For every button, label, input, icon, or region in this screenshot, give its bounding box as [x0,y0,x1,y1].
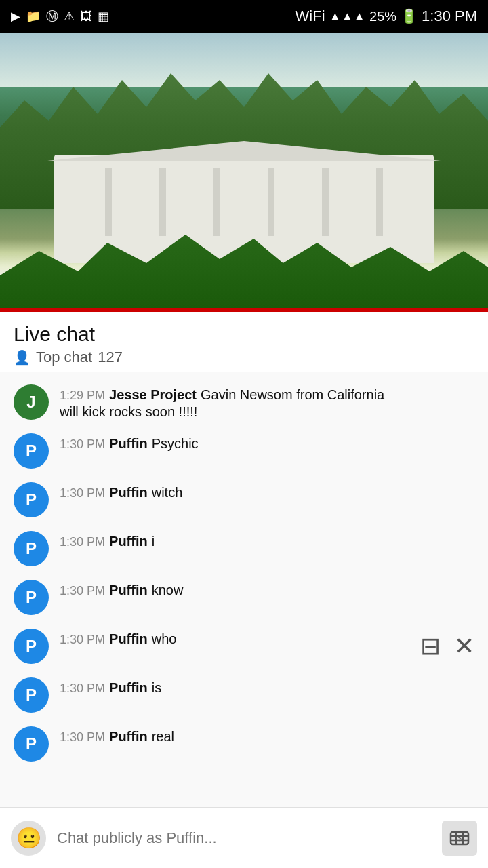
video-player[interactable] [0,33,488,308]
list-item: P 1:30 PM Puffin who [0,622,488,671]
column [214,168,220,236]
chat-header: Live chat 👤 Top chat 127 [0,312,488,372]
chat-subtitle[interactable]: Top chat [36,349,92,366]
table-icon: ▦ [98,9,109,24]
list-item: P 1:30 PM Puffin witch [0,475,488,524]
avatar: P [14,629,49,664]
message-user: Puffin [109,534,148,549]
folder-icon: 📁 [26,9,41,24]
column [159,168,166,236]
message-time: 1:30 PM [60,486,105,500]
status-time: 1:30 PM [422,7,477,25]
superchat-icon: $ [449,828,470,848]
message-content: 1:30 PM Puffin i [60,531,155,549]
message-content: 1:30 PM Puffin real [60,726,174,745]
column [268,168,274,236]
battery-icon: 🔋 [401,8,418,24]
message-content: 1:30 PM Puffin know [60,580,183,598]
list-item: P 1:30 PM Puffin i [0,524,488,573]
message-text: i [152,534,155,549]
message-text: Gavin Newsom from California [201,387,384,403]
message-time: 1:30 PM [60,730,105,745]
message-content: 1:30 PM Puffin who [60,629,176,647]
message-user: Puffin [109,583,148,598]
message-user: Puffin [109,631,148,647]
message-content: 1:29 PM Jesse Project Gavin Newsom from … [60,384,474,403]
status-icons-left: ▶ 📁 Ⓜ ⚠ 🖼 ▦ [11,8,109,24]
filter-button[interactable]: ⊟ [420,632,441,660]
message-user: Puffin [109,680,148,696]
column [105,168,112,236]
list-item: P 1:30 PM Puffin real [0,719,488,768]
message-content: 1:30 PM Puffin Psychic [60,433,199,452]
list-item: J 1:29 PM Jesse Project Gavin Newsom fro… [0,378,488,427]
message-content: 1:30 PM Puffin is [60,677,161,696]
message-user: Puffin [109,436,148,452]
message-content: 1:30 PM Puffin witch [60,482,182,500]
wifi-icon: WiFi [296,7,325,25]
emoji-button[interactable]: 😐 [11,821,46,856]
message-text: witch [152,485,183,500]
avatar: P [14,677,49,713]
message-text: is [152,680,161,696]
chat-title: Live chat [14,323,474,346]
message-user: Puffin [109,485,148,500]
column [322,168,329,236]
viewer-count: 127 [98,349,123,366]
message-user: Puffin [109,729,148,745]
list-item: P 1:30 PM Puffin know [0,573,488,622]
message-text: real [152,729,174,745]
battery-percent: 25% [369,9,396,24]
message-time: 1:30 PM [60,682,105,696]
avatar: P [14,531,49,566]
message-time: 1:30 PM [60,535,105,549]
message-user: Jesse Project [109,387,197,403]
message-continuation: will kick rocks soon !!!!! [60,403,474,420]
list-item: P 1:30 PM Puffin is [0,671,488,719]
status-icons-right: WiFi ▲▲▲ 25% 🔋 1:30 PM [296,7,477,25]
status-bar: ▶ 📁 Ⓜ ⚠ 🖼 ▦ WiFi ▲▲▲ 25% 🔋 1:30 PM [0,0,488,33]
image-icon: 🖼 [80,9,92,24]
message-text: know [152,583,184,598]
svg-text:$: $ [458,834,462,842]
message-text: who [152,631,177,647]
message-time: 1:30 PM [60,584,105,598]
sky-bg [0,33,488,87]
chat-header-actions: ⊟ ✕ [420,632,474,660]
chat-input[interactable] [57,821,431,856]
avatar: P [14,726,49,762]
message-text: Psychic [152,436,199,452]
column [376,168,383,236]
avatar: P [14,433,49,469]
chat-sub-row: 👤 Top chat 127 [14,349,474,366]
close-button[interactable]: ✕ [454,632,474,660]
superchat-button[interactable]: $ [442,821,477,856]
youtube-icon: ▶ [11,9,20,24]
people-icon: 👤 [14,349,30,366]
alert-icon: ⚠ [64,9,75,24]
messages-list: J 1:29 PM Jesse Project Gavin Newsom fro… [0,372,488,807]
message-time: 1:30 PM [60,633,105,647]
message-time: 1:30 PM [60,437,105,452]
m-icon: Ⓜ [46,8,58,24]
signal-icon: ▲▲▲ [329,9,365,24]
avatar: P [14,580,49,615]
avatar: J [14,384,49,420]
avatar: P [14,482,49,517]
list-item: P 1:30 PM Puffin Psychic [0,427,488,475]
building-columns [81,168,407,236]
live-chat-panel: Live chat 👤 Top chat 127 ⊟ ✕ J 1:29 PM J… [0,312,488,868]
message-time: 1:29 PM [60,389,105,403]
chat-input-bar: 😐 $ [0,807,488,868]
